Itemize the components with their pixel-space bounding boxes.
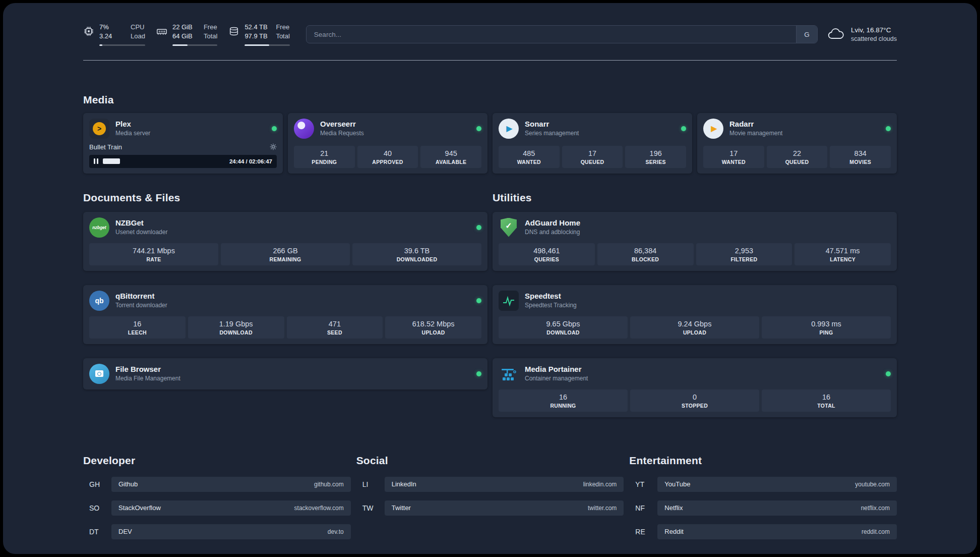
service-title: Plex: [115, 120, 150, 129]
bookmark-netflix[interactable]: NF Netflix netflix.com: [629, 500, 897, 516]
bookmark-twitter[interactable]: TW Twitter twitter.com: [356, 500, 624, 516]
status-dot: [476, 298, 481, 303]
cpu-usage-bar: [99, 44, 145, 46]
stat-available: 945 AVAILABLE: [420, 146, 481, 168]
search-input[interactable]: [307, 26, 796, 43]
cloud-icon: [827, 28, 845, 41]
bookmarks-entertainment: Entertainment YT YouTube youtube.com NF …: [629, 455, 897, 548]
service-card-portainer[interactable]: Media Portainer Container management 16 …: [493, 358, 897, 417]
section-heading-utilities: Utilities: [493, 192, 897, 204]
top-bar: 7% CPU 3.24 Load 22 GiB Free 64: [83, 23, 897, 46]
memory-label-top: Free: [204, 23, 217, 31]
service-title: Speedtest: [525, 292, 577, 301]
bookmark-stackoverflow[interactable]: SO StackOverflow stackoverflow.com: [83, 500, 351, 516]
status-dot: [681, 126, 686, 131]
service-card-qbittorrent[interactable]: qb qBittorrent Torrent downloader 16 LEE…: [83, 285, 487, 344]
service-title: File Browser: [115, 365, 180, 374]
bookmark-name: StackOverflow: [118, 504, 161, 512]
status-dot: [886, 371, 891, 376]
stat-seed: 471 SEED: [287, 316, 383, 339]
playback-progress-bar[interactable]: [103, 158, 224, 164]
stat-queued: 17 QUEUED: [562, 146, 623, 168]
stat-queued: 22 QUEUED: [767, 146, 828, 168]
stat-rate: 744.21 Mbps RATE: [89, 243, 218, 265]
memory-label-bottom: Total: [204, 32, 217, 40]
stat-latency: 47.571 ms LATENCY: [794, 243, 891, 265]
section-heading-entertainment: Entertainment: [629, 455, 897, 467]
status-dot: [476, 126, 481, 131]
sonarr-icon: ▶: [499, 119, 519, 139]
stat-running: 16 RUNNING: [499, 389, 628, 412]
pause-icon[interactable]: [94, 158, 98, 164]
bookmark-abbr: GH: [83, 480, 111, 488]
weather-location: Lviv, 16.87°C: [851, 26, 897, 35]
bookmark-abbr: TW: [356, 504, 385, 512]
memory-icon: [156, 26, 167, 37]
service-subtitle: DNS and adblocking: [525, 229, 580, 236]
service-subtitle: Speedtest Tracking: [525, 302, 577, 309]
service-title: Sonarr: [525, 120, 579, 129]
bookmark-youtube[interactable]: YT YouTube youtube.com: [629, 477, 897, 492]
bookmark-abbr: DT: [83, 528, 111, 536]
stat-download: 9.65 Gbps DOWNLOAD: [499, 316, 628, 339]
cpu-icon: [83, 26, 94, 37]
bookmark-url: netflix.com: [861, 505, 890, 512]
bookmark-linkedin[interactable]: LI LinkedIn linkedin.com: [356, 477, 624, 492]
service-card-overseerr[interactable]: Overseerr Media Requests 21 PENDING 40 A…: [288, 113, 487, 174]
bookmarks-developer: Developer GH Github github.com SO StackO…: [83, 455, 351, 548]
disk-free-value: 52.4 TB: [244, 23, 268, 31]
qbittorrent-icon: qb: [89, 291, 109, 311]
section-heading-media: Media: [83, 94, 897, 106]
service-card-radarr[interactable]: ▶ Radarr Movie management 17 WANTED 22 Q…: [697, 113, 897, 174]
bookmark-url: dev.to: [328, 528, 344, 535]
dashboard-page: 7% CPU 3.24 Load 22 GiB Free 64: [0, 0, 980, 557]
cpu-label-top: CPU: [131, 23, 145, 31]
service-title: qBittorrent: [115, 292, 167, 301]
bookmark-name: Github: [118, 480, 138, 488]
status-dot: [476, 225, 481, 230]
service-title: Media Portainer: [525, 365, 588, 374]
media-player-bar: 24:44 / 02:06:47: [89, 155, 277, 168]
search-engine-button[interactable]: G: [796, 26, 817, 43]
dashboard-surface: 7% CPU 3.24 Load 22 GiB Free 64: [3, 3, 977, 554]
cpu-label-bottom: Load: [131, 32, 145, 40]
overseerr-icon: [294, 119, 314, 139]
service-card-nzbget[interactable]: nzbget NZBGet Usenet downloader 744.21 M…: [83, 212, 487, 271]
service-card-filebrowser[interactable]: File Browser Media File Management: [83, 358, 487, 389]
media-grid: > Plex Media server Bullet Train: [83, 113, 897, 174]
stat-movies: 834 MOVIES: [830, 146, 891, 168]
now-playing-title: Bullet Train: [89, 143, 122, 151]
stat-wanted: 17 WANTED: [703, 146, 764, 168]
bookmark-url: twitter.com: [588, 505, 617, 512]
memory-usage-bar: [172, 44, 217, 46]
memory-free-value: 22 GiB: [172, 23, 196, 31]
service-title: Overseerr: [320, 120, 364, 129]
service-card-sonarr[interactable]: ▶ Sonarr Series management 485 WANTED 17…: [493, 113, 692, 174]
bookmark-name: Twitter: [392, 504, 411, 512]
utilities-column: Utilities ✓ AdGuard Home DNS and adblock…: [493, 192, 897, 417]
disk-widget: 52.4 TB Free 97.9 TB Total: [228, 23, 289, 46]
service-subtitle: Series management: [525, 130, 579, 137]
stat-stopped: 0 STOPPED: [630, 389, 759, 412]
stat-remaining: 266 GB REMAINING: [221, 243, 350, 265]
service-card-adguard[interactable]: ✓ AdGuard Home DNS and adblocking 498,46…: [493, 212, 897, 271]
bookmark-github[interactable]: GH Github github.com: [83, 477, 351, 492]
weather-widget: Lviv, 16.87°C scattered clouds: [827, 26, 897, 43]
bookmark-reddit[interactable]: RE Reddit reddit.com: [629, 524, 897, 539]
service-card-speedtest[interactable]: Speedtest Speedtest Tracking 9.65 Gbps D…: [493, 285, 897, 344]
bookmark-abbr: YT: [629, 480, 657, 488]
stat-series: 196 SERIES: [625, 146, 686, 168]
service-card-plex[interactable]: > Plex Media server Bullet Train: [83, 113, 283, 174]
stat-leech: 16 LEECH: [89, 316, 186, 339]
gear-icon[interactable]: [270, 143, 277, 150]
radarr-icon: ▶: [703, 119, 723, 139]
playback-time: 24:44 / 02:06:47: [229, 158, 272, 164]
stat-blocked: 86,384 BLOCKED: [597, 243, 694, 265]
service-subtitle: Media Requests: [320, 130, 364, 137]
bookmark-abbr: LI: [356, 480, 385, 488]
bookmark-url: github.com: [314, 481, 344, 488]
stat-upload: 618.52 Mbps UPLOAD: [385, 316, 481, 339]
adguard-icon: ✓: [499, 217, 519, 238]
service-title: AdGuard Home: [525, 218, 580, 228]
bookmark-dev[interactable]: DT DEV dev.to: [83, 524, 351, 539]
